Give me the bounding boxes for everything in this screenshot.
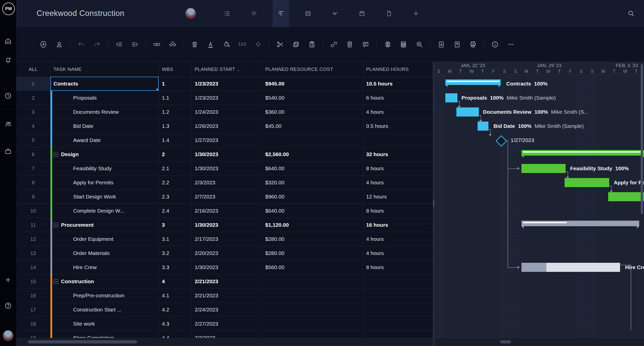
cell-wbs[interactable]: 3.2 — [159, 246, 192, 260]
cell-hours[interactable]: 10.5 hours — [363, 77, 433, 91]
gantt-vscroll-thumb[interactable] — [641, 64, 643, 214]
number-format-icon[interactable]: 123 — [237, 39, 248, 50]
cell-cost[interactable]: $360.00 — [262, 105, 363, 119]
calendar-view-tab[interactable] — [354, 0, 370, 27]
cell-cost[interactable]: $280.00 — [262, 232, 363, 246]
cell-wbs[interactable]: 1.3 — [159, 119, 192, 133]
cell-wbs[interactable]: 3.3 — [159, 260, 192, 274]
cell-num[interactable]: 12 — [16, 232, 50, 246]
summary-bar[interactable] — [445, 79, 501, 85]
selection-fill-handle[interactable] — [156, 88, 159, 91]
cell-hours[interactable]: 8 hours — [363, 260, 433, 274]
cell-name[interactable]: Prep/Pre-construction — [50, 289, 159, 303]
cell-name[interactable]: Award Date — [50, 133, 159, 147]
cell-name[interactable]: Order Equipment — [50, 232, 159, 246]
search-icon[interactable] — [627, 10, 634, 17]
print-icon[interactable] — [467, 39, 479, 50]
cell-name[interactable]: Design — [50, 147, 159, 161]
cell-hours[interactable] — [363, 317, 433, 331]
docs-view-tab[interactable] — [380, 0, 397, 27]
cell-start[interactable]: 2/24/2023 — [192, 303, 262, 317]
task-bar[interactable] — [445, 93, 457, 102]
cell-cost[interactable]: $540.00 — [262, 91, 363, 105]
milestone-icon[interactable] — [253, 39, 264, 50]
more-icon[interactable] — [505, 39, 516, 50]
outdent-icon[interactable] — [113, 39, 125, 50]
fill-color-icon[interactable] — [221, 39, 232, 50]
column-header-all[interactable]: ALL — [16, 62, 50, 77]
comment-icon[interactable] — [360, 39, 371, 50]
export-icon[interactable] — [452, 39, 463, 50]
cell-start[interactable]: 2/3/2023 — [192, 176, 262, 190]
summary-bar[interactable] — [521, 150, 644, 156]
cell-num[interactable]: 16 — [16, 289, 50, 303]
redo-icon[interactable] — [92, 39, 103, 50]
delete-icon[interactable] — [189, 39, 200, 50]
unlink-tasks-icon[interactable] — [167, 39, 178, 50]
cell-hours[interactable]: 8 hours — [363, 161, 433, 176]
cell-cost[interactable] — [262, 317, 363, 331]
cell-num[interactable]: 2 — [16, 91, 50, 105]
cell-hours[interactable] — [363, 274, 433, 289]
task-bar[interactable] — [521, 164, 566, 173]
cell-name[interactable]: Store Completion — [50, 331, 159, 338]
assign-user-icon[interactable] — [54, 39, 65, 50]
cell-start[interactable]: 7/3/2023 — [192, 331, 262, 338]
cell-start[interactable]: 2/27/2023 — [192, 317, 262, 331]
cell-wbs[interactable]: 4.3 — [159, 317, 192, 331]
cell-cost[interactable]: $640.00 — [262, 161, 363, 176]
cell-num[interactable]: 15 — [16, 274, 50, 289]
home-icon[interactable] — [4, 37, 12, 45]
cell-wbs[interactable]: 2.4 — [159, 204, 192, 218]
import-icon[interactable] — [436, 39, 447, 50]
cell-num[interactable]: 4 — [16, 119, 50, 133]
cell-start[interactable]: 1/30/2023 — [192, 218, 262, 232]
cell-start[interactable]: 1/30/2023 — [192, 147, 262, 161]
pm-logo[interactable]: PM — [2, 3, 15, 15]
cell-hours[interactable]: 4 hours — [363, 246, 433, 260]
cell-wbs[interactable]: 3 — [159, 218, 192, 232]
indent-icon[interactable] — [129, 39, 140, 50]
cell-cost[interactable] — [262, 303, 363, 317]
link-tasks-icon[interactable] — [151, 39, 162, 50]
cell-start[interactable]: 2/21/2023 — [192, 289, 262, 303]
cell-cost[interactable]: $1,120.00 — [262, 218, 363, 232]
notifications-icon[interactable] — [4, 56, 12, 64]
cell-hours[interactable] — [363, 289, 433, 303]
cell-start[interactable]: 1/24/2023 — [192, 105, 262, 119]
help-icon[interactable] — [4, 302, 12, 309]
cell-start[interactable]: 2/17/2023 — [192, 232, 262, 246]
cell-hours[interactable]: 12 hours — [363, 190, 433, 204]
cell-hours[interactable]: 6 hours — [363, 91, 433, 105]
splitter-grip[interactable] — [433, 199, 434, 207]
notes-icon[interactable] — [344, 39, 355, 50]
cell-hours[interactable]: 16 hours — [363, 218, 433, 232]
collapse-toggle-icon[interactable] — [53, 223, 58, 227]
board-view-tab[interactable] — [246, 0, 262, 27]
cell-num[interactable]: 8 — [16, 176, 50, 190]
cell-start[interactable]: 1/27/2023 — [192, 133, 262, 147]
column-header-wbs[interactable]: WBS — [159, 62, 192, 77]
summary-bar[interactable] — [521, 221, 639, 226]
cell-cost[interactable] — [262, 133, 363, 147]
cell-num[interactable]: 7 — [16, 161, 50, 176]
cell-wbs[interactable]: 4.1 — [159, 289, 192, 303]
cell-num[interactable]: 19 — [16, 331, 50, 338]
activity-view-tab[interactable] — [327, 0, 343, 27]
cell-start[interactable]: 2/16/2023 — [192, 204, 262, 218]
cell-start[interactable]: 2/20/2023 — [192, 246, 262, 260]
cell-num[interactable]: 5 — [16, 133, 50, 147]
user-avatar[interactable] — [3, 330, 13, 341]
cell-name[interactable]: Proposals — [50, 91, 159, 105]
cell-cost[interactable]: $640.00 — [262, 204, 363, 218]
cell-wbs[interactable]: 2.3 — [159, 190, 192, 204]
cell-hours[interactable]: 8 hours — [363, 204, 433, 218]
column-header-planned-hours[interactable]: PLANNED HOURS — [363, 62, 433, 77]
cell-cost[interactable]: $960.00 — [262, 190, 363, 204]
cell-hours[interactable] — [363, 303, 433, 317]
cell-name[interactable]: Site work — [50, 317, 159, 331]
portfolio-icon[interactable] — [4, 148, 12, 155]
team-icon[interactable] — [4, 120, 12, 128]
cell-name[interactable]: Feasibility Study — [50, 161, 159, 176]
cell-start[interactable]: 1/26/2023 — [192, 119, 262, 133]
